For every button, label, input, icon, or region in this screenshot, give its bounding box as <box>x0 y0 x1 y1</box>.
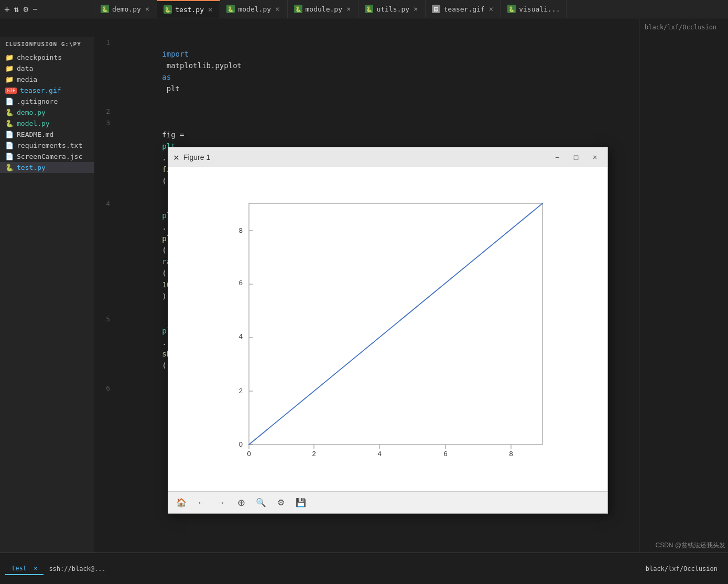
svg-text:8: 8 <box>509 450 513 458</box>
tab-teaser-label: teaser.gif <box>443 5 484 13</box>
markdown-icon: 📄 <box>5 131 14 138</box>
svg-text:2: 2 <box>312 450 316 458</box>
sidebar-item-media[interactable]: 📁 media <box>0 74 94 85</box>
svg-text:4: 4 <box>377 450 381 458</box>
watermark: CSDN @贫钱法还我头发 <box>655 541 725 550</box>
tab-module[interactable]: 🐍 module.py × <box>288 0 359 18</box>
tab-utils-label: utils.py <box>376 5 409 13</box>
tab-utils-close[interactable]: × <box>412 4 419 14</box>
figure-close-button[interactable]: × <box>588 152 602 163</box>
terminal-bar: test × ssh://black@... black/lxf/Occlusi… <box>0 553 728 584</box>
pan-button[interactable]: ⊕ <box>233 495 249 511</box>
tab-demo-label: demo.py <box>112 5 141 13</box>
zoom-button[interactable]: 🔍 <box>253 495 269 511</box>
python-file-icon: 🐍 <box>5 120 14 127</box>
figure-toolbar: 🏠 ← → ⊕ 🔍 ⚙ 💾 <box>168 491 607 513</box>
tab-teaser[interactable]: 🖼 teaser.gif × <box>426 0 501 18</box>
folder-icon: 📁 <box>5 64 14 72</box>
python-icon: 🐍 <box>101 5 109 13</box>
folder-icon: 📁 <box>5 75 14 83</box>
python-icon: 🐍 <box>294 5 302 13</box>
svg-text:2: 2 <box>239 387 243 395</box>
code-line-2: 2 <box>94 106 728 117</box>
sidebar-top-toolbar: + ⇅ ⚙ − <box>0 0 94 18</box>
chart-container: 0 2 4 6 8 <box>218 193 558 466</box>
figure-maximize-button[interactable]: □ <box>569 152 583 163</box>
js-file-icon: 📄 <box>5 153 14 160</box>
tab-module-close[interactable]: × <box>345 4 352 14</box>
sidebar-header: clusionFusion G:\Py <box>0 37 94 52</box>
python-icon: 🐍 <box>365 5 373 13</box>
sidebar-item-screencamera[interactable]: 📄 ScreenCamera.jsc <box>0 151 94 162</box>
sidebar-item-test-py[interactable]: 🐍 test.py <box>0 162 94 173</box>
tab-model-label: model.py <box>238 5 271 13</box>
terminal-tab-close[interactable]: × <box>34 565 37 572</box>
tab-model[interactable]: 🐍 model.py × <box>220 0 287 18</box>
tab-test[interactable]: 🐍 test.py × <box>157 0 220 18</box>
gif-icon: 🖼 <box>432 5 440 13</box>
folder-icon: 📁 <box>5 53 14 61</box>
file-icon: 📄 <box>5 98 14 105</box>
sidebar-item-gitignore[interactable]: 📄 .gitignore <box>0 96 94 107</box>
sidebar-item-data[interactable]: 📁 data <box>0 63 94 74</box>
image-file-icon: GIF <box>5 88 17 94</box>
figure-content: 0 2 4 6 8 <box>168 167 607 491</box>
sidebar-item-model-py[interactable]: 🐍 model.py <box>0 118 94 129</box>
sidebar: clusionFusion G:\Py 📁 checkpoints 📁 data… <box>0 37 94 584</box>
sidebar-item-teaser-gif[interactable]: GIF teaser.gif <box>0 85 94 96</box>
add-icon[interactable]: + <box>4 4 10 15</box>
svg-text:8: 8 <box>239 226 243 234</box>
figure-window: ✕ Figure 1 − □ × 0 <box>168 147 608 514</box>
svg-text:0: 0 <box>247 450 251 458</box>
python-icon: 🐍 <box>226 5 235 13</box>
python-file-icon: 🐍 <box>5 109 14 116</box>
figure-title: Figure 1 <box>183 153 546 161</box>
tab-teaser-close[interactable]: × <box>488 4 494 14</box>
terminal-right-text: black/lxf/Occlusion <box>640 560 723 578</box>
main-layout: clusionFusion G:\Py 📁 checkpoints 📁 data… <box>0 37 728 584</box>
tab-utils[interactable]: 🐍 utils.py × <box>358 0 426 18</box>
sidebar-item-readme[interactable]: 📄 README.md <box>0 129 94 140</box>
text-file-icon: 📄 <box>5 142 14 149</box>
svg-text:4: 4 <box>239 332 243 340</box>
home-button[interactable]: 🏠 <box>173 495 189 511</box>
configure-button[interactable]: ⚙ <box>273 495 289 511</box>
sidebar-item-demo-py[interactable]: 🐍 demo.py <box>0 107 94 118</box>
figure-minimize-button[interactable]: − <box>550 152 564 163</box>
sidebar-item-requirements[interactable]: 📄 requirements.txt <box>0 140 94 151</box>
right-panel: black/lxf/Occlusion <box>639 18 728 553</box>
tab-visual[interactable]: 🐍 visuali... <box>501 0 567 18</box>
tabs-bar: 🐍 demo.py × 🐍 test.py × 🐍 model.py × 🐍 m… <box>94 0 728 18</box>
terminal-content: ssh://black@... <box>44 565 640 572</box>
tab-demo[interactable]: 🐍 demo.py × <box>94 0 157 18</box>
back-button[interactable]: ← <box>193 495 209 511</box>
python-icon: 🐍 <box>507 5 516 13</box>
tab-test-label: test.py <box>175 6 204 14</box>
svg-text:6: 6 <box>443 450 447 458</box>
svg-text:0: 0 <box>239 440 243 448</box>
code-line-1: 1 import matplotlib.pyplot as plt <box>94 37 728 106</box>
svg-text:6: 6 <box>239 279 243 287</box>
tab-test-close[interactable]: × <box>207 4 213 15</box>
tab-visual-label: visuali... <box>519 5 560 13</box>
terminal-tab-test[interactable]: test × <box>5 563 44 575</box>
forward-button[interactable]: → <box>213 495 229 511</box>
python-file-icon: 🐍 <box>5 164 14 171</box>
minus-icon[interactable]: − <box>32 4 38 14</box>
right-panel-content: black/lxf/Occlusion <box>639 18 728 36</box>
figure-titlebar: ✕ Figure 1 − □ × <box>168 147 607 167</box>
terminal-tab-label: test <box>12 565 27 572</box>
tab-demo-close[interactable]: × <box>144 4 150 14</box>
gear-icon[interactable]: ⚙ <box>23 4 28 14</box>
save-button[interactable]: 💾 <box>293 495 309 511</box>
transfer-icon[interactable]: ⇅ <box>14 4 19 14</box>
tab-model-close[interactable]: × <box>274 4 280 14</box>
line-chart: 0 2 4 6 8 <box>218 193 558 466</box>
editor-area[interactable]: 1 import matplotlib.pyplot as plt 2 3 fi… <box>94 37 728 584</box>
python-icon: 🐍 <box>164 5 172 14</box>
matplotlib-icon: ✕ <box>173 152 179 163</box>
tab-module-label: module.py <box>306 5 342 13</box>
sidebar-item-checkpoints[interactable]: 📁 checkpoints <box>0 52 94 63</box>
